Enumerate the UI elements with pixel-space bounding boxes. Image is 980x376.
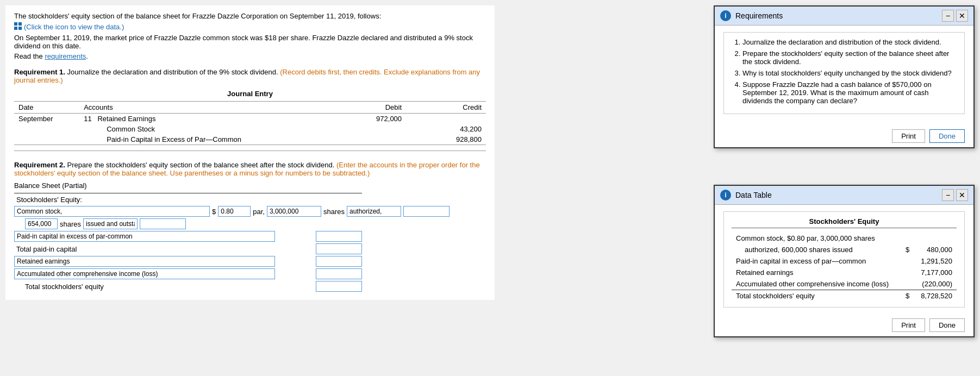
dt-dollar-total: $ bbox=[901, 290, 914, 302]
paid-in-row bbox=[14, 231, 362, 242]
journal-row-3: Paid-in Capital in Excess of Par—Common … bbox=[14, 134, 486, 145]
day-account-cell: 11 Retained Earnings bbox=[79, 114, 326, 124]
equity-section-label: Stockholders' Equity: bbox=[14, 196, 486, 204]
common-stock-input[interactable] bbox=[14, 206, 210, 217]
col-debit: Debit bbox=[326, 102, 406, 114]
dt-dollar-0 bbox=[901, 233, 914, 244]
panel-header-left-req: i Requirements bbox=[720, 10, 783, 21]
dt-label-2: Paid-in capital in excess of par—common bbox=[732, 255, 901, 267]
common-stock-row: $ par, shares bbox=[14, 206, 486, 217]
req-item-4: Suppose Frazzle Dazzle had a cash balanc… bbox=[742, 80, 957, 105]
journal-row-2: Common Stock 43,200 bbox=[14, 124, 486, 134]
close-button-dt[interactable]: ✕ bbox=[956, 189, 968, 201]
total-paid-amount[interactable] bbox=[316, 243, 362, 254]
dt-amount-1: 480,000 bbox=[914, 244, 957, 255]
dt-label-total: Total stockholders' equity bbox=[732, 290, 901, 302]
shares-label2: shares bbox=[60, 220, 81, 228]
minimize-button-req[interactable]: − bbox=[942, 10, 954, 22]
total-equity-label: Total stockholders' equity bbox=[14, 283, 316, 291]
authorized-shares-input[interactable] bbox=[267, 206, 321, 217]
total-equity-amount[interactable] bbox=[316, 281, 362, 292]
data-table-link[interactable]: (Click the icon to view the data.) bbox=[14, 22, 124, 32]
authorized-input[interactable] bbox=[347, 206, 401, 217]
date-cell-2 bbox=[14, 124, 79, 134]
par-label: par, bbox=[253, 208, 265, 216]
total-paid-row: Total paid-in capital bbox=[14, 243, 362, 254]
svg-rect-1 bbox=[18, 22, 22, 26]
svg-rect-2 bbox=[14, 27, 17, 30]
par-value-input[interactable] bbox=[218, 206, 251, 217]
bs-partial-label: Balance Sheet (Partial) bbox=[14, 181, 486, 190]
req-list: Journalize the declaration and distribut… bbox=[732, 38, 957, 105]
dollar-symbol: $ bbox=[212, 208, 216, 216]
shares-row: shares bbox=[14, 218, 486, 229]
req-item-3: Why is total stockholders' equity unchan… bbox=[742, 69, 957, 77]
info-icon-dt: i bbox=[720, 190, 731, 200]
col-date: Date bbox=[14, 102, 79, 114]
req2-heading: Requirement 2. Prepare the stockholders'… bbox=[14, 161, 486, 177]
dt-dollar-3 bbox=[901, 267, 914, 278]
intro-line3: Read the requirements. bbox=[14, 52, 486, 60]
col-credit: Credit bbox=[406, 102, 486, 114]
dt-inner-box: Stockholders' Equity Common stock, $0.80… bbox=[723, 211, 965, 305]
paid-in-input[interactable] bbox=[14, 231, 275, 242]
common-stock-amount[interactable] bbox=[403, 206, 450, 217]
print-button-req[interactable]: Print bbox=[892, 129, 925, 143]
credit-cell-2: 43,200 bbox=[406, 124, 486, 134]
aoci-row bbox=[14, 268, 362, 279]
dt-amount-0 bbox=[914, 233, 957, 244]
date-cell-3 bbox=[14, 134, 79, 145]
dt-dollar-4 bbox=[901, 278, 914, 290]
req-panel-body: Journalize the declaration and distribut… bbox=[715, 26, 973, 125]
minimize-button-dt[interactable]: − bbox=[942, 189, 954, 201]
retained-earnings-amount[interactable] bbox=[316, 256, 362, 267]
journal-row-1: September 11 Retained Earnings 972,000 bbox=[14, 114, 486, 124]
dt-section-title: Stockholders' Equity bbox=[732, 217, 957, 228]
dt-dollar-2 bbox=[901, 255, 914, 267]
dt-amount-3: 7,177,000 bbox=[914, 267, 957, 278]
account-cell-3: Paid-in Capital in Excess of Par—Common bbox=[79, 134, 326, 145]
dt-row-3: Retained earnings 7,177,000 bbox=[732, 267, 957, 278]
dt-label-3: Retained earnings bbox=[732, 267, 901, 278]
debit-cell-2 bbox=[326, 124, 406, 134]
dt-amount-4: (220,000) bbox=[914, 278, 957, 290]
dt-label-0: Common stock, $0.80 par, 3,000,000 share… bbox=[732, 233, 901, 244]
req-item-2: Prepare the stockholders' equity section… bbox=[742, 49, 957, 66]
req1-heading: Requirement 1. Journalize the declaratio… bbox=[14, 68, 486, 84]
credit-cell-3: 928,800 bbox=[406, 134, 486, 145]
dt-panel-title: Data Table bbox=[735, 191, 772, 199]
account-cell-2: Common Stock bbox=[79, 124, 326, 134]
dt-amount-2: 1,291,520 bbox=[914, 255, 957, 267]
dt-row-0: Common stock, $0.80 par, 3,000,000 share… bbox=[732, 233, 957, 244]
retained-earnings-input[interactable] bbox=[14, 256, 275, 267]
credit-cell-1 bbox=[406, 114, 486, 124]
issued-amount[interactable] bbox=[140, 218, 186, 229]
data-icon-label: (Click the icon to view the data.) bbox=[24, 23, 124, 31]
info-icon-req: i bbox=[720, 10, 731, 21]
aoci-input[interactable] bbox=[14, 268, 275, 279]
issued-shares-input[interactable] bbox=[25, 218, 58, 229]
issued-outstanding-input[interactable] bbox=[83, 218, 138, 229]
aoci-amount[interactable] bbox=[316, 268, 362, 279]
done-button-req[interactable]: Done bbox=[929, 129, 965, 143]
dt-table: Common stock, $0.80 par, 3,000,000 share… bbox=[732, 233, 957, 302]
panel-controls-dt: − ✕ bbox=[942, 189, 968, 201]
journal-table: Date Accounts Debit Credit September 11 … bbox=[14, 101, 486, 145]
dt-amount-total: 8,728,520 bbox=[914, 290, 957, 302]
intro-line1: The stockholders' equity section of the … bbox=[14, 12, 486, 20]
panel-header-left-dt: i Data Table bbox=[720, 190, 772, 200]
requirements-panel: i Requirements − ✕ Journalize the declar… bbox=[714, 5, 975, 148]
close-button-req[interactable]: ✕ bbox=[956, 10, 968, 22]
total-equity-row: Total stockholders' equity bbox=[14, 281, 362, 292]
requirements-link[interactable]: requirements bbox=[45, 52, 86, 60]
col-accounts: Accounts bbox=[79, 102, 326, 114]
intro-line2: On September 11, 2019, the market price … bbox=[14, 34, 486, 50]
date-cell: September bbox=[14, 114, 79, 124]
debit-cell-3 bbox=[326, 134, 406, 145]
req-panel-footer: Print Done bbox=[715, 125, 973, 147]
dt-dollar-1: $ bbox=[901, 244, 914, 255]
paid-in-amount[interactable] bbox=[316, 231, 362, 242]
svg-rect-3 bbox=[18, 27, 22, 30]
svg-rect-0 bbox=[14, 22, 17, 26]
dt-label-4: Accumulated other comprehensive income (… bbox=[732, 278, 901, 290]
